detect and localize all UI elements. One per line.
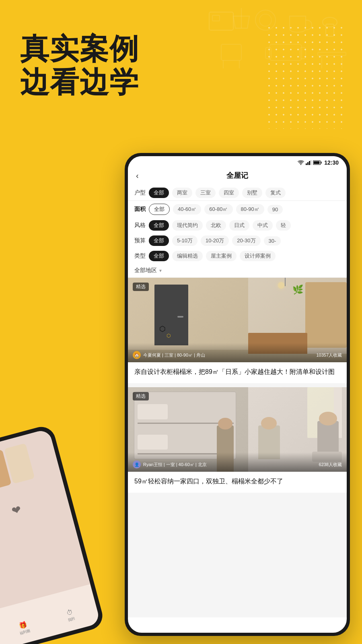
status-time: 12:30: [324, 159, 339, 166]
phone-back-mockup: 🎁 福利圈 ⏱ 我的 ❤ 17: [0, 424, 106, 644]
battery-icon: [313, 160, 322, 165]
filter-tag-huxing-duplex[interactable]: 复式: [265, 188, 286, 198]
filter-row-leixing: 类型 全部 编辑精选 屋主案例 设计师案例: [128, 248, 347, 264]
wifi-icon: [298, 160, 304, 165]
region-dropdown[interactable]: 全部地区 ▼: [128, 264, 347, 277]
phone-main-mockup: 12:30 ‹ 全屋记 户型 全部 两室 三室 四室 别墅 复式 面积 全部 4: [125, 153, 350, 636]
filter-tag-fengge-all[interactable]: 全部: [149, 220, 169, 231]
dot-pattern-decoration: [265, 24, 346, 129]
filter-tag-fengge-modern[interactable]: 现代简约: [172, 220, 203, 231]
card-1-meta: 🏠 今夏何夏 | 三室 | 80-90㎡ | 舟山 10357人收藏: [128, 343, 347, 362]
filter-label-leixing: 类型: [134, 252, 146, 260]
filter-tag-mianji-40[interactable]: 40-60㎡: [173, 204, 201, 215]
filter-tag-yusuan-20[interactable]: 20-30万: [232, 235, 260, 246]
filter-tag-huxing-2[interactable]: 两室: [172, 188, 192, 198]
filter-label-fengge: 风格: [134, 222, 146, 229]
filter-tag-fengge-chinese[interactable]: 中式: [253, 220, 273, 231]
filter-row-fengge: 风格 全部 现代简约 北欧 日式 中式 轻: [128, 218, 347, 233]
filter-tag-huxing-villa[interactable]: 别墅: [242, 188, 262, 198]
filter-label-yusuan: 预算: [134, 237, 146, 244]
filter-row-yusuan: 预算 全部 5-10万 10-20万 20-30万 30-: [128, 233, 347, 248]
svg-rect-1: [212, 15, 220, 21]
filter-tag-mianji-60[interactable]: 60-80㎡: [204, 204, 232, 215]
filter-tag-mianji-90[interactable]: 90: [267, 205, 283, 214]
card-2-badge: 精选: [133, 392, 149, 400]
card-2-avatar: 👤: [133, 460, 141, 469]
region-label: 全部地区: [134, 267, 157, 274]
filter-tag-huxing-4[interactable]: 四室: [219, 188, 239, 198]
filter-tag-fengge-japan[interactable]: 日式: [229, 220, 249, 231]
card-1-meta-text: 今夏何夏 | 三室 | 80-90㎡ | 舟山: [143, 352, 314, 358]
filter-tag-leixing-owner[interactable]: 屋主案例: [206, 251, 237, 261]
back-phone-nav-welfare: 🎁 福利圈: [17, 620, 31, 636]
card-1-avatar: 🏠: [133, 351, 141, 359]
card-1-badge: 精选: [133, 283, 149, 291]
filter-tag-yusuan-30[interactable]: 30-: [264, 236, 281, 246]
phone-screen: 12:30 ‹ 全屋记 户型 全部 两室 三室 四室 别墅 复式 面积 全部 4: [128, 156, 347, 633]
card-2[interactable]: 精选: [128, 387, 347, 493]
filter-row-huxing: 户型 全部 两室 三室 四室 别墅 复式: [128, 185, 347, 200]
filter-tag-huxing-3[interactable]: 三室: [195, 188, 216, 198]
filter-tag-leixing-designer[interactable]: 设计师案例: [240, 251, 276, 261]
card-2-image: 精选: [128, 387, 347, 472]
status-bar: 12:30: [128, 156, 347, 167]
filter-label-mianji: 面积: [134, 206, 146, 213]
svg-rect-17: [307, 162, 309, 165]
hero-section: 真实案例 边看边学: [20, 32, 139, 99]
status-icons: [298, 160, 322, 165]
content-list: 精选 ⬡ ⬡: [128, 278, 347, 617]
filter-tag-huxing-all[interactable]: 全部: [149, 188, 169, 198]
page-title: 全屋记: [226, 171, 248, 180]
filter-label-huxing: 户型: [134, 189, 146, 196]
card-1-title: 亲自设计衣柜榻榻米，把89㎡「日系」小家越住越大！附清单和设计图: [128, 362, 347, 383]
back-button[interactable]: ‹: [136, 171, 139, 180]
region-arrow-icon: ▼: [158, 268, 162, 273]
card-2-title: 59㎡轻松容纳一家四口，双独卫、榻榻米全都少不了: [128, 472, 347, 493]
svg-rect-22: [314, 161, 320, 164]
filter-tag-mianji-all[interactable]: 全部: [149, 204, 170, 215]
filter-tag-fengge-light[interactable]: 轻: [276, 220, 291, 231]
svg-rect-18: [309, 161, 310, 165]
back-phone-nav-mine: ⏱ 我的: [65, 608, 76, 623]
filter-tag-mianji-80[interactable]: 80-90㎡: [236, 204, 264, 215]
card-2-saves: 6238人收藏: [319, 462, 342, 468]
filter-tag-yusuan-10[interactable]: 10-20万: [201, 235, 229, 246]
filter-tag-leixing-all[interactable]: 全部: [149, 251, 169, 261]
card-1-saves: 10357人收藏: [316, 352, 342, 358]
signal-icon: [306, 160, 311, 165]
card-1[interactable]: 精选 ⬡ ⬡: [128, 278, 347, 383]
card-2-meta: 👤 Ryan王恒 | 一室 | 40-60㎡ | 北京 6238人收藏: [128, 452, 347, 472]
card-1-image: 精选 ⬡ ⬡: [128, 278, 347, 362]
filter-tag-yusuan-5[interactable]: 5-10万: [172, 235, 197, 246]
filter-tag-yusuan-all[interactable]: 全部: [149, 235, 169, 246]
svg-rect-7: [221, 44, 241, 60]
filter-tag-fengge-nordic[interactable]: 北欧: [206, 220, 226, 231]
filter-tag-leixing-editor[interactable]: 编辑精选: [172, 251, 203, 261]
card-2-meta-text: Ryan王恒 | 一室 | 40-60㎡ | 北京: [143, 462, 317, 468]
filter-section: 户型 全部 两室 三室 四室 别墅 复式 面积 全部 40-60㎡ 60-80㎡…: [128, 185, 347, 278]
svg-rect-21: [321, 162, 322, 164]
svg-rect-16: [306, 163, 307, 165]
filter-row-mianji: 面积 全部 40-60㎡ 60-80㎡ 80-90㎡ 90: [128, 200, 347, 218]
app-header: ‹ 全屋记: [128, 167, 347, 185]
svg-rect-19: [311, 160, 311, 165]
hero-title: 真实案例 边看边学: [20, 32, 139, 99]
